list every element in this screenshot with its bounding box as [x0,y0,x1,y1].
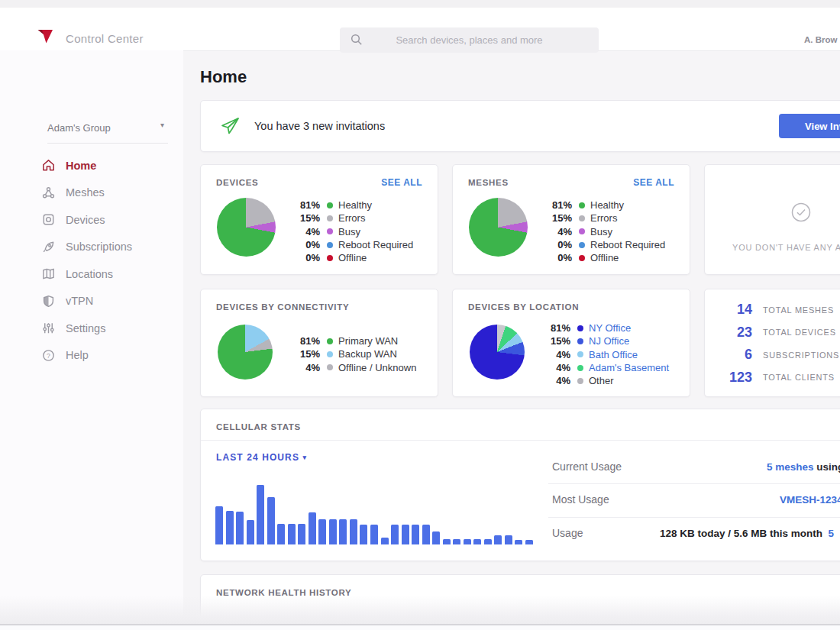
usage-link[interactable]: 5 [829,528,835,539]
sidebar-item-meshes[interactable]: Meshes [31,179,183,207]
usage-bar [515,540,522,544]
legend-pct: 4% [535,226,572,237]
legend-pct: 0% [535,239,572,250]
page-title: Home [200,67,247,87]
total-value: 6 [705,347,752,363]
location-link[interactable]: NY Office [589,322,631,334]
legend-dot [579,242,585,248]
legend-row: 81%Healthy [535,199,665,212]
group-selector[interactable]: Adam's Group [47,122,111,134]
total-clients-row: 123TOTAL CLIENTS [705,367,840,389]
legend-dot [327,255,333,261]
alerts-card: YOU DON'T HAVE ANY A [704,164,840,275]
alerts-empty-message: YOU DON'T HAVE ANY A [732,243,840,252]
sidebar-item-label: Meshes [66,186,105,199]
banner-message: You have 3 new invitations [254,101,385,151]
devices-card: DEVICES SEE ALL 81%Healthy 15%Errors 4%B… [200,164,438,275]
location-card: DEVICES BY LOCATION 81%NY Office 15%NJ O… [452,289,690,397]
current-usage-value: 5 meshes using [767,461,840,473]
location-link[interactable]: Bath Office [589,349,638,360]
sidebar-item-devices[interactable]: Devices [31,206,183,234]
legend-dot [327,202,333,208]
usage-bar [484,539,492,544]
usage-bar [453,539,460,544]
usage-bar [339,519,347,544]
connectivity-legend: 81%Primary WAN 15%Backup WAN 4%Offline /… [283,334,416,374]
card-title: NETWORK HEALTH HISTORY [216,588,351,597]
brand-logo-icon[interactable] [37,28,55,46]
most-usage-value: VMESH-1234 [780,494,840,506]
legend-row: 15%Errors [535,212,665,225]
devices-legend: 81%Healthy 15%Errors 4%Busy 0%Reboot Req… [283,199,413,264]
total-label: TOTAL MESHES [763,305,834,315]
cellular-stats-card: CELLULAR STATS LAST 24 HOURS ▾ Current U… [200,409,840,561]
subscriptions-icon [41,240,56,254]
app-title: Control Center [66,32,144,45]
vmesh-link[interactable]: VMESH-1234 [780,494,840,506]
legend-dot [327,228,333,234]
legend-row: 15%Errors [283,212,413,225]
location-link[interactable]: NJ Office [589,335,629,347]
sidebar-item-locations[interactable]: Locations [31,260,183,288]
search-input[interactable] [340,27,599,53]
legend-row: 15%Backup WAN [283,347,416,360]
usage-bar [432,531,440,544]
subscriptions-row: 6SUBSCRIPTIONS [705,344,840,367]
legend-row: 0%Reboot Required [283,238,413,251]
devices-pie-chart [217,198,276,257]
legend-dot [327,351,333,357]
usage-bar [298,524,305,544]
sidebar-item-subscriptions[interactable]: Subscriptions [31,234,183,261]
chevron-down-icon[interactable]: ▾ [160,121,164,129]
usage-label: Usage [552,527,583,539]
legend-pct: 15% [534,335,570,347]
row-divider [548,483,840,484]
usage-bar [318,519,326,544]
legend-label: Errors [338,212,365,224]
usage-bar [277,524,285,544]
window-top-strip [0,0,840,8]
total-label: SUBSCRIPTIONS [763,351,839,360]
time-range-label: LAST 24 HOURS [216,452,299,463]
sidebar-item-label: vTPN [66,295,93,307]
legend-pct: 4% [534,375,570,386]
sidebar-item-settings[interactable]: Settings [31,315,183,342]
sidebar-item-home[interactable]: Home [31,152,183,179]
sidebar: Adam's Group ▾ Home Meshes [0,50,183,630]
legend-pct: 15% [283,212,320,224]
usage-bar [350,519,357,544]
total-value: 23 [705,325,752,341]
meshes-see-all-link[interactable]: SEE ALL [633,177,674,188]
legend-label: Reboot Required [338,239,413,250]
vtpn-icon [41,294,56,309]
sidebar-item-label: Home [66,160,96,172]
legend-row: 15%NJ Office [534,334,669,347]
chevron-down-icon: ▾ [302,454,307,461]
account-menu[interactable]: A. Brow [804,35,837,44]
devices-see-all-link[interactable]: SEE ALL [381,177,422,188]
meshes-card: MESHES SEE ALL 81%Healthy 15%Errors 4%Bu… [452,164,690,275]
legend-pct: 81% [534,322,570,334]
usage-bar [402,525,409,544]
legend-dot [579,202,585,208]
network-health-card: NETWORK HEALTH HISTORY [200,574,840,629]
usage-bar [505,535,512,544]
legend-row: 0%Reboot Required [535,238,665,251]
sidebar-item-help[interactable]: ? Help [31,342,183,370]
usage-bar [473,539,481,544]
legend-label: Offline / Unknown [338,362,416,373]
usage-bar [329,519,337,544]
view-invitations-button[interactable]: View Inv [779,114,840,138]
legend-pct: 4% [283,362,320,373]
totals-rows: 14TOTAL MESHES 23TOTAL DEVICES 6SUBSCRIP… [705,299,840,389]
sidebar-item-label: Settings [66,322,105,334]
legend-row: 0%Offline [535,251,665,264]
sidebar-item-vtpn[interactable]: vTPN [31,288,183,315]
meshes-usage-link[interactable]: 5 meshes [767,461,814,473]
legend-pct: 4% [283,226,320,237]
search-icon [350,33,363,46]
legend-pct: 0% [283,252,320,263]
location-link[interactable]: Adam's Basement [589,362,669,373]
time-range-selector[interactable]: LAST 24 HOURS ▾ [216,452,307,463]
legend-row: 4%Bath Office [534,348,669,361]
